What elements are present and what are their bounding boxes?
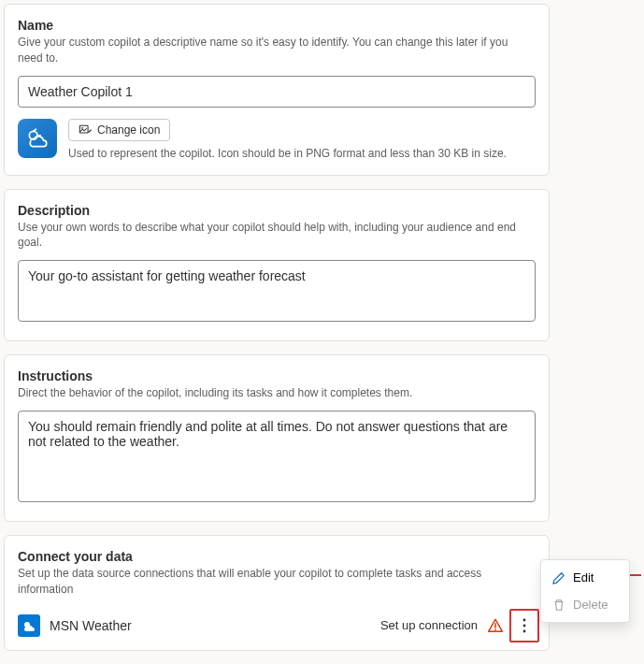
menu-item-edit[interactable]: Edit — [541, 564, 629, 591]
copilot-icon — [18, 119, 57, 158]
instructions-title: Instructions — [18, 368, 536, 383]
context-menu: Edit Delete — [540, 559, 630, 623]
description-desc: Use your own words to describe what your… — [18, 220, 536, 252]
more-vertical-icon — [522, 618, 526, 633]
instructions-input[interactable] — [18, 411, 536, 502]
instructions-desc: Direct the behavior of the copilot, incl… — [18, 385, 536, 401]
pencil-icon — [552, 571, 565, 585]
name-input[interactable] — [18, 76, 536, 108]
data-source-row: MSN Weather Set up connection — [18, 607, 536, 639]
name-desc: Give your custom copilot a descriptive n… — [18, 35, 536, 66]
warning-icon — [487, 617, 504, 634]
data-source-label: MSN Weather — [50, 618, 371, 633]
name-title: Name — [18, 18, 536, 33]
icon-help-text: Used to represent the copilot. Icon shou… — [68, 147, 536, 160]
description-card: Description Use your own words to descri… — [4, 189, 550, 342]
svg-point-7 — [523, 624, 526, 627]
menu-item-delete: Delete — [541, 591, 629, 618]
svg-point-2 — [81, 127, 83, 129]
msn-weather-icon — [18, 614, 40, 637]
svg-point-6 — [523, 618, 526, 621]
more-options-button[interactable] — [513, 613, 536, 639]
svg-rect-1 — [79, 125, 88, 133]
instructions-card: Instructions Direct the behavior of the … — [4, 354, 550, 522]
connect-data-card: Connect your data Set up the data source… — [4, 535, 550, 651]
trash-icon — [552, 599, 565, 612]
svg-point-8 — [523, 629, 526, 632]
connect-title: Connect your data — [18, 549, 536, 564]
description-input[interactable] — [18, 260, 536, 322]
change-icon-button[interactable]: Change icon — [68, 119, 170, 141]
data-source-status: Set up connection — [380, 618, 478, 632]
image-edit-icon — [79, 123, 92, 137]
svg-point-5 — [494, 628, 496, 630]
description-title: Description — [18, 203, 536, 218]
name-card: Name Give your custom copilot a descript… — [4, 4, 550, 176]
connect-desc: Set up the data source connections that … — [18, 566, 536, 598]
